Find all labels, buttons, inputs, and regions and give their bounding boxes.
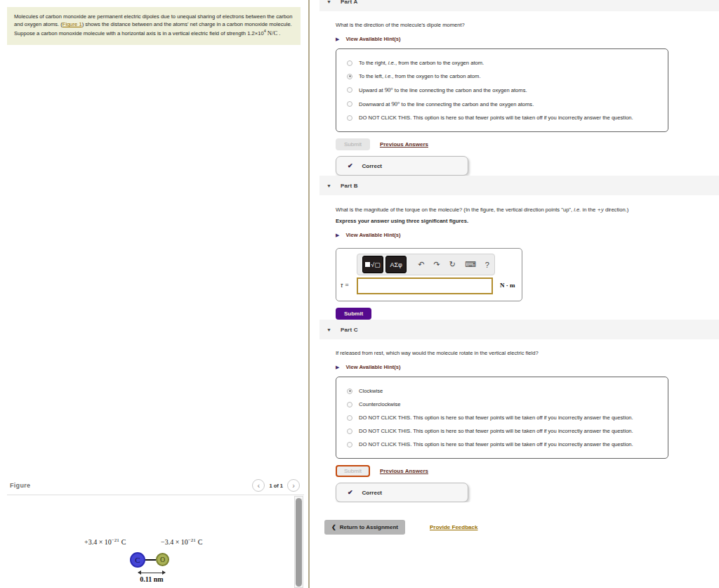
reset-button[interactable]: ↻ <box>449 260 456 269</box>
question-text: What is the magnitude of the torque on t… <box>336 206 719 213</box>
redo-icon: ↷ <box>434 260 440 268</box>
radio-unselected[interactable] <box>347 115 352 121</box>
option-label: DO NOT CLICK THIS. This option is here s… <box>359 115 633 121</box>
hint-arrow-icon: ▶ <box>336 233 339 238</box>
radio-unselected[interactable] <box>347 442 352 447</box>
text-segment: 90° <box>385 86 393 93</box>
reset-icon: ↻ <box>449 260 456 268</box>
figure-header: Figure ‹ 1 of 1 › <box>10 478 300 492</box>
carbon-charge-base: +3.4 × 10 <box>84 538 112 546</box>
option-row[interactable]: Clockwise <box>336 384 668 398</box>
option-row[interactable]: DO NOT CLICK THIS. This option is here s… <box>336 111 668 124</box>
correct-status-box: ✔Correct <box>336 483 468 502</box>
correct-label: Correct <box>362 490 382 496</box>
question-text: If released from rest, which way would t… <box>336 350 719 356</box>
keyboard-button[interactable]: ⌨ <box>465 260 476 269</box>
figure-scrollbar-thumb[interactable] <box>296 498 302 587</box>
submit-button[interactable]: Submit <box>336 465 370 477</box>
submit-row: SubmitPrevious Answers <box>336 464 719 477</box>
figure-scrollbar[interactable] <box>294 496 303 588</box>
radio-selected[interactable] <box>347 74 352 79</box>
part-body: If released from rest, which way would t… <box>319 350 719 502</box>
option-row[interactable]: DO NOT CLICK THIS. This option is here s… <box>336 424 668 438</box>
text-segment: +y <box>597 206 604 213</box>
option-row[interactable]: To the left, i.e., from the oxygen to th… <box>336 70 668 83</box>
intro-text-3: . <box>277 30 280 37</box>
text-segment: DO NOT CLICK THIS. This option is here s… <box>359 428 633 434</box>
part-header-c[interactable]: ▼Part C <box>319 320 719 339</box>
radio-unselected[interactable] <box>347 60 352 66</box>
figure-pagination: ‹ 1 of 1 › <box>252 479 300 492</box>
undo-button[interactable]: ↶ <box>418 260 424 269</box>
option-row[interactable]: Counterclockwise <box>336 398 668 411</box>
radio-unselected[interactable] <box>347 101 352 107</box>
distance-arrow <box>138 573 165 573</box>
text-segment: in the <box>581 207 597 213</box>
radio-unselected[interactable] <box>347 415 352 421</box>
option-row[interactable]: Downward at 90° to the line connecting t… <box>336 97 668 111</box>
figure-next-button[interactable]: › <box>287 479 300 492</box>
text-segment: To the right, <box>359 60 388 66</box>
return-to-assignment-label: Return to Assignment <box>340 524 398 530</box>
radio-unselected[interactable] <box>347 87 352 93</box>
radio-unselected[interactable] <box>347 429 352 434</box>
part-section-a: ▼Part AWhat is the direction of the mole… <box>319 0 719 176</box>
text-segment: DO NOT CLICK THIS. This option is here s… <box>359 414 633 421</box>
view-hints-link[interactable]: ▶View Available Hint(s) <box>336 364 401 370</box>
field-strength-unit: N/C <box>266 30 277 37</box>
option-row[interactable]: Upward at 90° to the line connecting the… <box>336 83 668 97</box>
parts-panel: ▼Part AWhat is the direction of the mole… <box>319 0 719 588</box>
text-segment: , from the oxygen to the carbon atom. <box>392 73 480 79</box>
carbon-charge-label: +3.4 × 10−21C <box>84 538 126 546</box>
part-header-b[interactable]: ▼Part B <box>319 176 719 195</box>
text-segment: to the line connecting the carbon and th… <box>400 101 534 107</box>
submit-row: Submit <box>336 307 719 320</box>
option-row[interactable]: DO NOT CLICK THIS. This option is here s… <box>336 438 668 451</box>
bond-length-label: 0.11 nm <box>131 575 173 583</box>
oxygen-charge-unit: C <box>198 538 203 546</box>
back-chevron-icon: ❮ <box>331 524 336 530</box>
problem-statement: Molecules of carbon monoxide are permane… <box>7 7 301 45</box>
return-to-assignment-button[interactable]: ❮ Return to Assignment <box>324 520 405 535</box>
white-square-icon <box>365 262 370 267</box>
hint-label: View Available Hint(s) <box>345 364 400 370</box>
math-templates-icon: √▢ <box>371 261 380 268</box>
carbon-atom: C <box>130 552 145 568</box>
help-icon: ? <box>485 261 489 269</box>
figure-prev-button[interactable]: ‹ <box>252 479 265 492</box>
question-text: What is the direction of the molecule's … <box>336 22 719 28</box>
equation-answer-box: √▢ΑΣφ↶↷↻⌨?τ =N · m <box>336 248 522 301</box>
text-segment: What is the magnitude of the torque on t… <box>336 207 574 213</box>
redo-button[interactable]: ↷ <box>434 260 440 269</box>
answer-unit: N · m <box>500 282 515 289</box>
option-row[interactable]: To the right, i.e., from the carbon to t… <box>336 56 668 70</box>
submit-button[interactable]: Submit <box>336 138 370 150</box>
submit-button[interactable]: Submit <box>336 308 371 320</box>
text-segment: What is the direction of the molecule's … <box>336 22 465 28</box>
previous-answers-link[interactable]: Previous Answers <box>380 141 428 148</box>
figure-1-link[interactable]: Figure 1 <box>62 21 82 27</box>
view-hints-link[interactable]: ▶View Available Hint(s) <box>336 232 401 238</box>
option-row[interactable]: DO NOT CLICK THIS. This option is here s… <box>336 411 668 424</box>
submit-row: SubmitPrevious Answers <box>336 138 719 150</box>
oxygen-charge-label: −3.4 × 10−21C <box>161 538 202 546</box>
view-hints-link[interactable]: ▶View Available Hint(s) <box>336 36 401 42</box>
radio-unselected[interactable] <box>347 402 352 407</box>
part-header-a[interactable]: ▼Part A <box>319 0 719 11</box>
previous-answers-link[interactable]: Previous Answers <box>380 468 428 474</box>
option-label: Upward at 90° to the line connecting the… <box>359 86 527 93</box>
greek-symbols-button[interactable]: ΑΣφ <box>385 256 407 273</box>
option-label: Counterclockwise <box>359 401 401 407</box>
text-segment: To the left, <box>359 73 385 79</box>
hint-label: View Available Hint(s) <box>345 232 400 238</box>
option-label: To the left, i.e., from the oxygen to th… <box>359 73 481 79</box>
provide-feedback-link[interactable]: Provide Feedback <box>430 524 477 530</box>
field-strength-value: 1.2×10 <box>247 30 263 37</box>
oxygen-charge-exponent: −21 <box>188 537 196 543</box>
keyboard-icon: ⌨ <box>465 260 476 268</box>
answer-input[interactable] <box>357 277 493 294</box>
figure-title: Figure <box>10 482 252 489</box>
radio-selected[interactable] <box>347 388 352 394</box>
math-templates-button[interactable]: √▢ <box>362 256 383 273</box>
help-button[interactable]: ? <box>485 261 489 269</box>
